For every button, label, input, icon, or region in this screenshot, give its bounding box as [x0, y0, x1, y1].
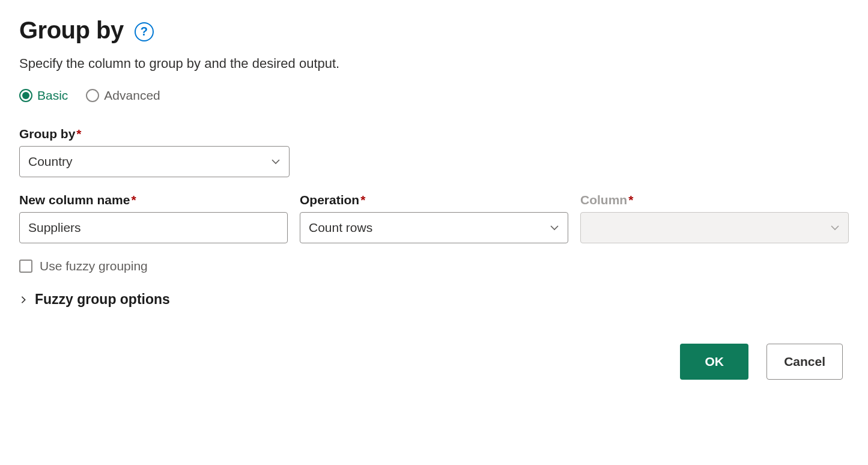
required-asterisk: * [131, 193, 136, 207]
ok-button[interactable]: OK [680, 344, 748, 380]
chevron-down-icon [830, 223, 840, 232]
group-by-label: Group by* [19, 127, 849, 141]
chevron-down-icon [271, 157, 281, 166]
fuzzy-checkbox-label: Use fuzzy grouping [40, 259, 148, 273]
radio-circle-icon [86, 89, 99, 102]
group-by-value: Country [28, 154, 73, 169]
operation-label: Operation* [300, 193, 568, 207]
operation-select[interactable]: Count rows [300, 212, 568, 243]
operation-label-text: Operation [300, 193, 359, 207]
required-asterisk: * [360, 193, 365, 207]
fuzzy-options-label: Fuzzy group options [35, 291, 170, 308]
chevron-right-icon [19, 296, 28, 304]
radio-basic[interactable]: Basic [19, 88, 68, 103]
column-label-text: Column [580, 193, 627, 207]
dialog-actions: OK Cancel [19, 344, 849, 380]
fuzzy-checkbox[interactable]: Use fuzzy grouping [19, 259, 148, 273]
operation-value: Count rows [309, 220, 372, 235]
required-asterisk: * [76, 127, 81, 141]
radio-circle-icon [19, 89, 32, 102]
radio-advanced-label: Advanced [104, 88, 160, 103]
dialog-title: Group by [19, 17, 124, 44]
radio-advanced[interactable]: Advanced [86, 88, 160, 103]
group-by-label-text: Group by [19, 127, 75, 141]
new-column-input[interactable] [19, 212, 288, 243]
column-label: Column* [580, 193, 849, 207]
radio-basic-label: Basic [37, 88, 68, 103]
cancel-button[interactable]: Cancel [766, 344, 843, 380]
chevron-down-icon [550, 223, 559, 232]
new-column-label: New column name* [19, 193, 288, 207]
dialog-subtitle: Specify the column to group by and the d… [19, 56, 849, 71]
column-select [580, 212, 849, 243]
group-by-select[interactable]: Country [19, 146, 290, 177]
mode-radio-group: Basic Advanced [19, 88, 849, 103]
checkbox-box-icon [19, 260, 32, 273]
required-asterisk: * [628, 193, 633, 207]
fuzzy-options-toggle[interactable]: Fuzzy group options [19, 291, 170, 308]
new-column-label-text: New column name [19, 193, 130, 207]
help-icon[interactable]: ? [135, 22, 154, 41]
